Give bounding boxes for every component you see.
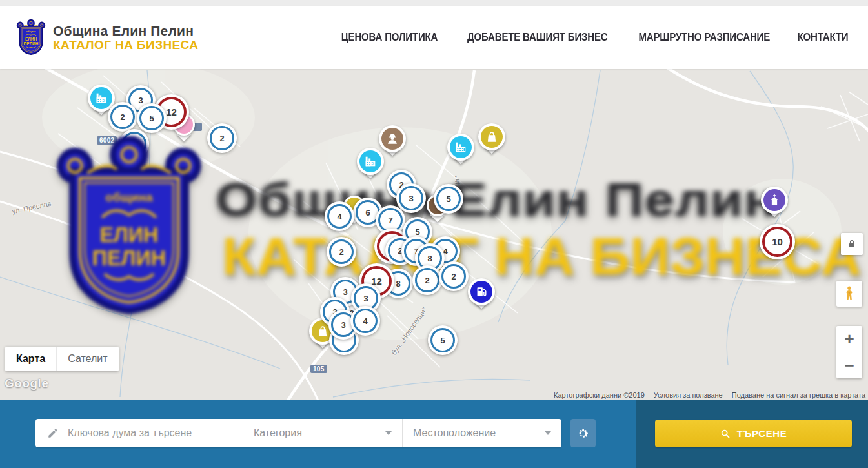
location-select[interactable]: Местоположение — [402, 419, 561, 447]
map-markers-layer: 32125223564752274888122233334510 — [0, 69, 868, 400]
cluster-count: 6 — [365, 208, 370, 218]
advanced-settings-button[interactable] — [570, 419, 596, 447]
cluster-count: 3 — [343, 287, 347, 297]
map-cluster-marker[interactable]: 2 — [412, 265, 442, 295]
attribution-terms-link[interactable]: Условия за ползване — [654, 391, 723, 399]
chevron-down-icon — [545, 431, 551, 435]
keyword-segment — [35, 419, 243, 447]
fullscreen-lock-button[interactable] — [841, 233, 863, 255]
cluster-count: 4 — [337, 212, 341, 221]
map-cluster-marker[interactable]: 5 — [428, 325, 458, 355]
cluster-count: 12 — [166, 107, 177, 117]
keyword-search-input[interactable] — [66, 427, 243, 440]
search-input-group: Категория Местоположение — [35, 419, 561, 447]
map-cluster-marker[interactable]: 5 — [137, 103, 167, 133]
worker-icon — [381, 128, 403, 150]
factory-icon — [450, 136, 472, 158]
map-attribution: Картографски данни ©2019 Условия за полз… — [554, 391, 865, 399]
nav-item-contacts[interactable]: КОНТАКТИ — [798, 32, 849, 43]
cluster-count: 3 — [138, 96, 143, 105]
cluster-count: 8 — [396, 279, 400, 289]
nav-item-schedule[interactable]: МАРШРУТНО РАЗПИСАНИЕ — [638, 32, 770, 43]
factory-icon — [359, 150, 381, 172]
map-type-map-button[interactable]: Карта — [5, 347, 56, 371]
site-header: Община Елин Пелин КАТАЛОГ НА БИЗНЕСА ЦЕН… — [0, 6, 868, 69]
attribution-copyright: Картографски данни ©2019 — [554, 391, 645, 399]
nav-item-pricing[interactable]: ЦЕНОВА ПОЛИТИКА — [341, 32, 438, 43]
search-icon — [720, 429, 731, 439]
cluster-count: 3 — [341, 320, 345, 330]
cluster-count: 2 — [425, 276, 429, 285]
factory-icon — [90, 87, 112, 109]
cluster-count: 2 — [120, 112, 125, 122]
brand-subtitle: КАТАЛОГ НА БИЗНЕСА — [53, 38, 198, 52]
map-canvas[interactable]: ул. Преславбул. „Новоселци"ци" 6002105 О… — [0, 69, 868, 400]
municipality-emblem-icon — [16, 19, 46, 56]
main-nav: ЦЕНОВА ПОЛИТИКА ДОБАВЕТЕ ВАШИЯТ БИЗНЕС М… — [338, 32, 850, 43]
gear-icon — [576, 427, 590, 440]
attribution-report-link[interactable]: Подаване на сигнал за грешка в картата — [732, 391, 865, 399]
search-fields-section: Категория Местоположение — [0, 400, 636, 468]
zoom-in-button[interactable]: + — [836, 326, 862, 352]
zoom-out-button[interactable]: − — [836, 352, 862, 378]
pencil-icon — [47, 427, 59, 439]
fuel-icon — [470, 281, 492, 303]
lock-icon — [847, 239, 857, 249]
cluster-count: 7 — [388, 216, 392, 225]
church-icon — [763, 189, 785, 211]
bag-icon — [481, 126, 503, 148]
map-cluster-marker[interactable]: 4 — [350, 306, 380, 336]
brand-title: Община Елин Пелин — [53, 23, 198, 39]
pegman-icon — [842, 285, 856, 302]
map-cluster-marker[interactable]: 2 — [327, 237, 356, 267]
chevron-down-icon — [385, 431, 392, 435]
cluster-count: 2 — [219, 134, 224, 143]
google-logo[interactable]: Google — [5, 376, 48, 391]
map-type-control: Карта Сателит — [5, 347, 119, 371]
map-cluster-marker[interactable]: 4 — [325, 201, 354, 231]
category-select-value: Категория — [254, 427, 302, 439]
site-logo[interactable]: Община Елин Пелин КАТАЛОГ НА БИЗНЕСА — [16, 19, 198, 56]
search-submit-button[interactable]: ТЪРСЕНЕ — [655, 420, 852, 447]
map-cluster-marker[interactable]: 2 — [439, 261, 469, 291]
search-panel: Категория Местоположение ТЪРСЕНЕ — [0, 400, 868, 468]
nav-item-add-business[interactable]: ДОБАВЕТЕ ВАШИЯТ БИЗНЕС — [467, 32, 608, 43]
cluster-count: 5 — [149, 114, 154, 123]
cluster-count: 5 — [415, 227, 419, 237]
cluster-count: 2 — [339, 247, 343, 257]
cluster-count: 3 — [409, 194, 413, 203]
cluster-count: 10 — [772, 236, 783, 247]
cluster-count: 2 — [451, 272, 456, 281]
cluster-count: 4 — [363, 316, 367, 326]
search-button-label: ТЪРСЕНЕ — [737, 428, 787, 439]
location-select-value: Местоположение — [413, 427, 496, 439]
category-select[interactable]: Категория — [243, 419, 402, 447]
street-view-pegman-button[interactable] — [836, 281, 862, 307]
cluster-count: 5 — [446, 194, 450, 204]
map-type-satellite-button[interactable]: Сателит — [56, 347, 118, 371]
cluster-count: 5 — [440, 336, 445, 345]
map-cluster-marker[interactable] — [119, 129, 149, 159]
cluster-count: 3 — [363, 294, 368, 303]
map-cluster-marker[interactable]: 5 — [434, 184, 463, 214]
map-cluster-marker[interactable]: 2 — [108, 102, 137, 132]
page-top-strip — [0, 0, 868, 6]
map-cluster-marker[interactable]: 2 — [207, 123, 237, 153]
map-cluster-marker[interactable]: 3 — [396, 183, 426, 213]
map-cluster-marker[interactable]: 10 — [760, 224, 795, 259]
search-submit-section: ТЪРСЕНЕ — [636, 400, 868, 468]
cluster-count: 8 — [427, 254, 432, 263]
zoom-control: + − — [836, 326, 862, 378]
